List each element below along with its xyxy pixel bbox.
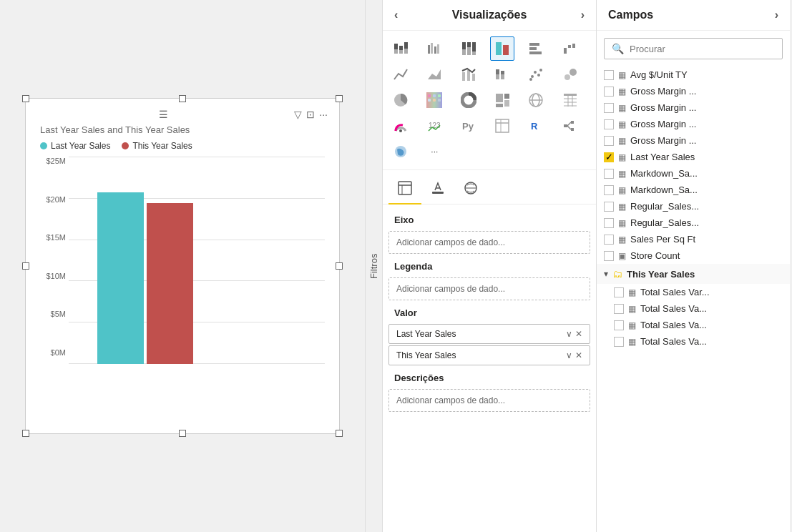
resize-handle-bc[interactable] bbox=[179, 430, 186, 437]
more-options-icon[interactable]: ··· bbox=[319, 109, 328, 120]
field-value-expand-this-year[interactable]: ∨ bbox=[566, 350, 572, 360]
resize-handle-tl[interactable] bbox=[22, 95, 29, 102]
field-value-remove-last-year[interactable]: ✕ bbox=[575, 329, 582, 339]
viz-icon-100pct-bar[interactable] bbox=[456, 36, 481, 61]
viz-icon-line[interactable] bbox=[388, 62, 413, 87]
campos-nav-right[interactable]: › bbox=[775, 9, 778, 21]
focus-mode-icon[interactable]: ⊡ bbox=[306, 109, 315, 120]
viz-icon-line-column[interactable] bbox=[456, 62, 481, 87]
viz-icon-ribbon[interactable] bbox=[490, 62, 514, 87]
field-row-regular2[interactable]: ▦ Regular_Sales... bbox=[597, 215, 790, 231]
field-row-markdown2[interactable]: ▦ Markdown_Sa... bbox=[597, 182, 790, 198]
field-checkbox-gross4[interactable] bbox=[604, 136, 614, 146]
viz-tab-fields[interactable] bbox=[388, 176, 421, 204]
viz-icon-more[interactable]: ··· bbox=[422, 139, 446, 164]
field-dropzone-legenda[interactable]: Adicionar campos de dado... bbox=[388, 277, 590, 300]
viz-icon-treemap[interactable] bbox=[490, 88, 514, 112]
folder-icon-this-year: 🗂 bbox=[612, 268, 622, 280]
field-checkbox-total2[interactable] bbox=[614, 304, 624, 314]
viz-icon-filled-map[interactable] bbox=[388, 139, 413, 164]
viz-icon-r[interactable]: R bbox=[524, 114, 548, 138]
field-row-regular1[interactable]: ▦ Regular_Sales... bbox=[597, 198, 790, 215]
field-value-remove-this-year[interactable]: ✕ bbox=[575, 350, 582, 360]
field-row-gross4[interactable]: ▦ Gross Margin ... bbox=[597, 132, 790, 149]
field-row-total3[interactable]: ▦ Total Sales Va... bbox=[597, 317, 790, 333]
field-dropzone-descricoes[interactable]: Adicionar campos de dado... bbox=[388, 389, 590, 412]
viz-tab-format[interactable] bbox=[421, 176, 454, 204]
field-checkbox-store-count[interactable] bbox=[604, 251, 614, 261]
y-label-10m: $10M bbox=[46, 272, 66, 280]
viz-icon-table[interactable] bbox=[490, 114, 514, 138]
field-row-sales-sq[interactable]: ▦ Sales Per Sq Ft bbox=[597, 231, 790, 247]
resize-handle-mr[interactable] bbox=[336, 262, 343, 270]
viz-icon-python[interactable]: Py bbox=[456, 114, 481, 138]
viz-icon-column-chart[interactable] bbox=[490, 36, 514, 61]
viz-icon-waterfall[interactable] bbox=[558, 36, 582, 61]
viz-icon-matrix[interactable] bbox=[558, 88, 582, 112]
field-value-this-year[interactable]: This Year Sales ∨ ✕ bbox=[388, 345, 590, 365]
field-value-last-year[interactable]: Last Year Sales ∨ ✕ bbox=[388, 324, 590, 344]
field-row-markdown1[interactable]: ▦ Markdown_Sa... bbox=[597, 165, 790, 182]
viz-nav-right[interactable]: › bbox=[581, 9, 585, 21]
viz-icon-scatter[interactable] bbox=[524, 62, 548, 87]
field-group-descricoes: Descrições Adicionar campos de dado... bbox=[383, 368, 596, 412]
field-checkbox-last-year[interactable]: ✓ bbox=[604, 152, 614, 162]
field-checkbox-gross3[interactable] bbox=[604, 119, 614, 129]
field-name-sales-sq: Sales Per Sq Ft bbox=[630, 234, 783, 245]
viz-nav-left[interactable]: ‹ bbox=[394, 9, 398, 21]
field-checkbox-avg[interactable] bbox=[604, 70, 614, 80]
field-dropzone-eixo[interactable]: Adicionar campos de dado... bbox=[388, 231, 590, 254]
field-checkbox-total3[interactable] bbox=[614, 320, 624, 330]
field-name-last-year: Last Year Sales bbox=[630, 152, 783, 162]
viz-icon-grouped-bar[interactable] bbox=[422, 36, 446, 61]
viz-icon-stacked-bar[interactable] bbox=[388, 36, 413, 61]
resize-handle-ml[interactable] bbox=[22, 262, 29, 270]
viz-icon-area[interactable] bbox=[422, 62, 446, 87]
field-checkbox-regular1[interactable] bbox=[604, 202, 614, 212]
field-group-this-year-sales[interactable]: ▾ 🗂 This Year Sales bbox=[597, 264, 790, 284]
viz-tab-analytics[interactable] bbox=[454, 176, 487, 204]
viz-icon-donut[interactable] bbox=[456, 88, 481, 112]
resize-handle-tr[interactable] bbox=[336, 95, 343, 102]
filter-icon[interactable]: ▽ bbox=[294, 109, 302, 120]
hamburger-icon[interactable]: ☰ bbox=[159, 109, 168, 120]
viz-icon-horizontal-bar[interactable] bbox=[524, 36, 548, 61]
viz-icon-kpi[interactable]: 123 bbox=[422, 114, 446, 138]
svg-rect-41 bbox=[433, 94, 436, 97]
viz-icon-decomp-tree[interactable] bbox=[558, 114, 582, 138]
search-box[interactable]: 🔍 bbox=[604, 38, 783, 59]
field-row-store-count[interactable]: ▣ Store Count bbox=[597, 247, 790, 264]
field-row-total4[interactable]: ▦ Total Sales Va... bbox=[597, 333, 790, 350]
viz-icon-gauge[interactable] bbox=[388, 114, 413, 138]
resize-handle-bl[interactable] bbox=[22, 430, 29, 437]
bar-this-year-sales[interactable] bbox=[147, 203, 193, 364]
search-input[interactable] bbox=[630, 44, 775, 54]
field-checkbox-total1[interactable] bbox=[614, 287, 624, 297]
field-checkbox-total4[interactable] bbox=[614, 337, 624, 347]
field-value-expand-last-year[interactable]: ∨ bbox=[566, 329, 572, 339]
field-checkbox-markdown2[interactable] bbox=[604, 185, 614, 195]
filtros-sidebar[interactable]: Filtros bbox=[365, 0, 382, 532]
viz-icon-map[interactable] bbox=[524, 88, 548, 112]
field-checkbox-gross2[interactable] bbox=[604, 103, 614, 113]
field-row-gross1[interactable]: ▦ Gross Margin ... bbox=[597, 83, 790, 99]
viz-icon-funnel[interactable] bbox=[422, 88, 446, 112]
resize-handle-br[interactable] bbox=[336, 430, 343, 437]
svg-rect-21 bbox=[564, 48, 567, 54]
viz-icons-grid: 123 Py R ··· bbox=[383, 31, 596, 170]
field-checkbox-sales-sq[interactable] bbox=[604, 235, 614, 245]
bar-last-year-sales[interactable] bbox=[97, 192, 144, 364]
field-row-total2[interactable]: ▦ Total Sales Va... bbox=[597, 300, 790, 317]
viz-icon-bubble[interactable] bbox=[558, 62, 582, 87]
field-row-total1[interactable]: ▦ Total Sales Var... bbox=[597, 284, 790, 300]
field-row-gross3[interactable]: ▦ Gross Margin ... bbox=[597, 116, 790, 132]
field-row-last-year[interactable]: ✓ ▦ Last Year Sales bbox=[597, 149, 790, 165]
viz-icon-pie[interactable] bbox=[388, 88, 413, 112]
resize-handle-tc[interactable] bbox=[179, 95, 186, 102]
calc-icon-regular1: ▦ bbox=[618, 202, 626, 212]
field-row-avg[interactable]: ▦ Avg $/Unit TY bbox=[597, 66, 790, 83]
field-checkbox-regular2[interactable] bbox=[604, 218, 614, 228]
field-checkbox-markdown1[interactable] bbox=[604, 169, 614, 179]
field-checkbox-gross1[interactable] bbox=[604, 87, 614, 97]
field-row-gross2[interactable]: ▦ Gross Margin ... bbox=[597, 99, 790, 116]
